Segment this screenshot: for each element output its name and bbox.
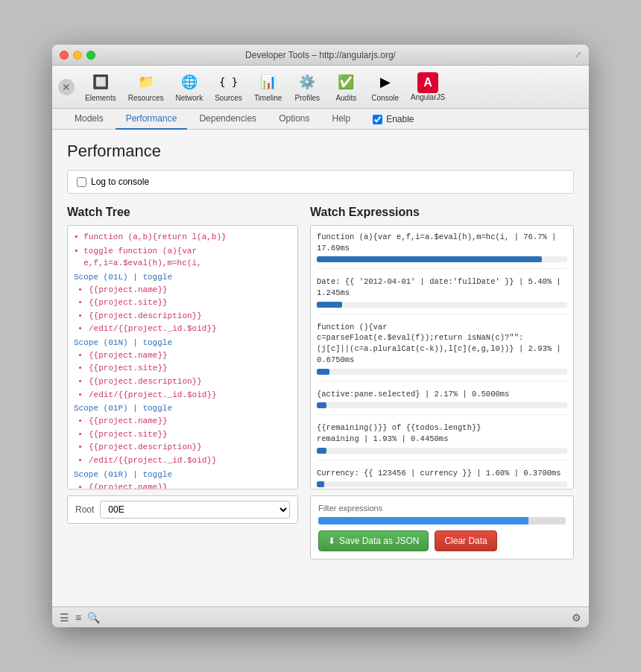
list-item: {{project.site}} <box>89 428 297 442</box>
expr-bar-container-2 <box>317 302 567 308</box>
scope-01r-header[interactable]: Scope (01R) | toggle <box>68 468 297 481</box>
save-data-label: Save Data as JSON <box>339 536 419 546</box>
elements-label: Elements <box>85 94 116 102</box>
expr-item-5: {{remaining()}} of {{todos.length}}remai… <box>317 422 567 460</box>
list-item: {{project.name}} <box>89 415 297 428</box>
bottom-bar: ☰ ≡ 🔍 ⚙ <box>52 606 589 627</box>
toolbar: ✕ 🔲 Elements 📁 Resources 🌐 Network { } S… <box>52 66 589 109</box>
toolbar-profiles[interactable]: ⚙️ Profiles <box>289 69 325 105</box>
tab-options[interactable]: Options <box>268 109 320 130</box>
log-console-label: Log to console <box>91 177 149 187</box>
log-console-checkbox[interactable] <box>77 177 86 187</box>
root-select[interactable]: 00E <box>100 501 290 519</box>
resize-icon[interactable]: ⤢ <box>575 50 581 60</box>
scope-01p-items: {{project.name}} {{project.site}} {{proj… <box>68 415 297 467</box>
list-item: /edit/{{project._id.$oid}} <box>89 323 297 336</box>
clear-data-button[interactable]: Clear Data <box>435 530 496 551</box>
main-panels: Watch Tree • function (a,b){return l(a,b… <box>67 206 574 560</box>
resources-label: Resources <box>128 94 164 102</box>
toolbar-timeline[interactable]: 📊 Timeline <box>250 69 286 105</box>
scope-01n-items: {{project.name}} {{project.site}} {{proj… <box>68 349 297 402</box>
stop-button[interactable]: ✕ <box>58 79 75 95</box>
log-console-row: Log to console <box>67 170 574 194</box>
tab-performance[interactable]: Performance <box>116 109 188 130</box>
traffic-lights <box>60 51 95 60</box>
expr-item-2: Date: {{ '2012-04-01' | date:'fullDate' … <box>317 276 567 314</box>
list-item: {{project.name}} <box>89 349 297 363</box>
sources-icon: { } <box>218 72 239 92</box>
expr-bar-4 <box>317 402 326 408</box>
toolbar-resources[interactable]: 📁 Resources <box>124 69 168 105</box>
timeline-icon: 📊 <box>258 72 279 92</box>
tree-line-2: • toggle function (a){var e,f,i=a.$eval(… <box>68 244 297 270</box>
expr-text-6: Currency: {{ 123456 | currency }} | 1.60… <box>317 468 567 479</box>
maximize-button[interactable] <box>86 51 95 60</box>
list-item: {{project.description}} <box>89 375 297 389</box>
toolbar-network[interactable]: 🌐 Network <box>171 69 208 105</box>
expr-bar-container-6 <box>317 481 567 487</box>
root-bar: Root 00E <box>67 495 298 524</box>
expr-bar-1 <box>317 256 542 262</box>
toolbar-audits[interactable]: ✅ Audits <box>328 69 364 105</box>
scope-01l-header[interactable]: Scope (01L) | toggle <box>68 270 297 284</box>
elements-icon: 🔲 <box>90 72 111 92</box>
resources-icon: 📁 <box>136 72 157 92</box>
console-icon: ▶ <box>375 72 396 92</box>
toolbar-sources[interactable]: { } Sources <box>210 69 247 105</box>
network-icon: 🌐 <box>179 72 200 92</box>
expr-bar-6 <box>317 481 324 487</box>
list-item: {{project.site}} <box>89 297 297 310</box>
page-title: Performance <box>67 142 574 161</box>
list-item: {{project.description}} <box>89 310 297 323</box>
filter-bar-container <box>318 517 566 524</box>
profiles-label: Profiles <box>295 94 320 102</box>
filter-section: Filter expressions ⬇ Save Data as JSON C… <box>310 495 574 560</box>
root-label: Root <box>75 504 94 515</box>
gear-icon[interactable]: ⚙ <box>572 612 581 624</box>
audits-label: Audits <box>335 94 356 102</box>
main-content: Performance Log to console Watch Tree • … <box>52 130 589 606</box>
expr-bar-container-3 <box>317 369 567 375</box>
filter-bar <box>318 517 528 524</box>
list-item: {{project.name}} <box>89 481 297 489</box>
enable-label: Enable <box>386 114 414 124</box>
expr-text-2: Date: {{ '2012-04-01' | date:'fullDate' … <box>317 276 567 298</box>
network-label: Network <box>176 94 203 102</box>
tree-line-1: • function (a,b){return l(a,b)} <box>68 230 297 244</box>
tab-dependencies[interactable]: Dependencies <box>189 109 267 130</box>
watch-tree-container[interactable]: • function (a,b){return l(a,b)} • toggle… <box>67 225 298 489</box>
list-item: {{project.name}} <box>89 284 297 297</box>
expr-item-3: function (){varc=parseFloat(e.$eval(f));… <box>317 322 567 381</box>
expr-text-5: {{remaining()}} of {{todos.length}}remai… <box>317 422 567 444</box>
save-data-button[interactable]: ⬇ Save Data as JSON <box>318 530 429 551</box>
download-icon: ⬇ <box>328 536 335 546</box>
toolbar-console[interactable]: ▶ Console <box>367 69 403 105</box>
enable-checkbox[interactable] <box>373 115 382 124</box>
tab-help[interactable]: Help <box>321 109 361 130</box>
tab-models[interactable]: Models <box>64 109 114 130</box>
search-icon[interactable]: 🔍 <box>87 612 100 624</box>
scope-01l-label: Scope (01L) | toggle <box>74 273 172 282</box>
list-item: /edit/{{project._id.$oid}} <box>89 454 297 468</box>
scope-01p-header[interactable]: Scope (01P) | toggle <box>68 402 297 415</box>
action-buttons: ⬇ Save Data as JSON Clear Data <box>318 530 566 551</box>
minimize-button[interactable] <box>73 51 82 60</box>
close-button[interactable] <box>60 51 69 60</box>
dock-icon[interactable]: ☰ <box>60 612 69 624</box>
profiles-icon: ⚙️ <box>297 72 318 92</box>
expr-bar-3 <box>317 369 329 375</box>
scope-01n-label: Scope (01N) | toggle <box>74 338 172 347</box>
titlebar: Developer Tools – http://angularjs.org/ … <box>52 45 589 66</box>
scope-01n-header[interactable]: Scope (01N) | toggle <box>68 336 297 349</box>
clear-data-label: Clear Data <box>444 536 487 546</box>
toolbar-angularjs[interactable]: A AngularJS <box>406 69 449 104</box>
inspect-icon[interactable]: ≡ <box>75 612 81 624</box>
toolbar-elements[interactable]: 🔲 Elements <box>80 69 121 105</box>
tab-enable: Enable <box>362 110 424 129</box>
sub-tabs: Models Performance Dependencies Options … <box>52 109 589 130</box>
scope-01r-label: Scope (01R) | toggle <box>74 470 172 479</box>
expr-item-1: function (a){var e,f,i=a.$eval(h),m=hc(i… <box>317 232 567 269</box>
expressions-container[interactable]: function (a){var e,f,i=a.$eval(h),m=hc(i… <box>310 225 574 489</box>
sources-label: Sources <box>215 94 242 102</box>
console-label: Console <box>371 94 399 102</box>
